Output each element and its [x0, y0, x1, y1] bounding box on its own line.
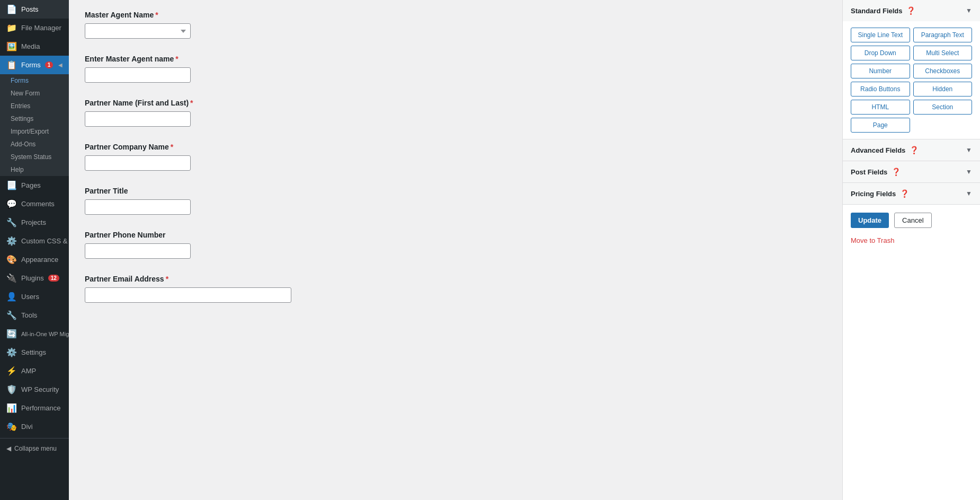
btn-number[interactable]: Number	[851, 64, 910, 78]
sidebar-sub-system-status[interactable]: System Status	[0, 151, 69, 163]
standard-fields-help-icon: ❓	[906, 6, 915, 15]
field-input-partner-email-address[interactable]	[85, 287, 291, 303]
btn-checkboxes[interactable]: Checkboxes	[913, 64, 973, 78]
field-label-partner-email-address: Partner Email Address *	[85, 275, 826, 283]
sidebar-item-appearance[interactable]: 🎨 Appearance	[0, 250, 69, 269]
pricing-fields-chevron-icon: ▼	[966, 190, 972, 197]
sidebar-item-all-in-one[interactable]: 🔄 All-in-One WP Migration	[0, 324, 69, 343]
media-icon: 🖼️	[6, 41, 17, 51]
advanced-fields-chevron-icon: ▼	[966, 146, 972, 154]
required-asterisk-3: *	[171, 143, 173, 151]
form-center: Master Agent Name * Enter Master Agent n…	[69, 0, 842, 500]
field-input-enter-master-agent-name[interactable]	[85, 67, 191, 83]
btn-drop-down[interactable]: Drop Down	[851, 46, 910, 60]
field-group-partner-title: Partner Title	[85, 187, 826, 215]
standard-fields-header[interactable]: Standard Fields ❓ ▼	[843, 0, 980, 21]
sidebar-sub-settings[interactable]: Settings	[0, 112, 69, 125]
sidebar-item-projects[interactable]: 🔧 Projects	[0, 213, 69, 232]
sidebar-item-media[interactable]: 🖼️ Media	[0, 37, 69, 56]
field-label-partner-phone-number: Partner Phone Number	[85, 231, 826, 239]
sidebar-item-tools[interactable]: 🔧 Tools	[0, 306, 69, 324]
required-asterisk-6: *	[166, 275, 168, 283]
sidebar-item-divi[interactable]: 🎭 Divi	[0, 417, 69, 436]
btn-single-line-text[interactable]: Single Line Text	[851, 28, 910, 42]
btn-paragraph-text[interactable]: Paragraph Text	[913, 28, 973, 42]
plugins-icon: 🔌	[6, 273, 17, 283]
tools-icon: 🔧	[6, 310, 17, 320]
wp-security-icon: 🛡️	[6, 384, 17, 394]
btn-page[interactable]: Page	[851, 118, 910, 133]
post-fields-title: Post Fields ❓	[851, 168, 901, 176]
main-area: Master Agent Name * Enter Master Agent n…	[69, 0, 980, 500]
post-fields-header[interactable]: Post Fields ❓ ▼	[843, 161, 980, 182]
btn-radio-buttons[interactable]: Radio Buttons	[851, 82, 910, 97]
field-group-partner-email-address: Partner Email Address *	[85, 275, 826, 303]
field-input-partner-name[interactable]	[85, 111, 191, 127]
comments-icon: 💬	[6, 199, 17, 209]
right-panel: Standard Fields ❓ ▼ Single Line Text Par…	[842, 0, 980, 500]
update-button[interactable]: Update	[851, 213, 889, 228]
pages-icon: 📃	[6, 180, 17, 190]
sidebar-sub-new-form[interactable]: New Form	[0, 87, 69, 100]
field-input-partner-title[interactable]	[85, 199, 191, 215]
posts-icon: 📄	[6, 4, 17, 14]
form-editor: Master Agent Name * Enter Master Agent n…	[69, 0, 980, 500]
sidebar-sub-entries[interactable]: Entries	[0, 100, 69, 112]
standard-fields-chevron-icon: ▼	[966, 7, 972, 14]
field-input-master-agent-name[interactable]	[85, 23, 191, 39]
field-label-partner-company-name: Partner Company Name *	[85, 143, 826, 151]
divi-icon: 🎭	[6, 422, 17, 432]
sidebar-item-wp-security[interactable]: 🛡️ WP Security	[0, 380, 69, 399]
collapse-icon: ◀	[6, 445, 11, 452]
field-input-partner-phone-number[interactable]	[85, 243, 191, 259]
collapse-menu[interactable]: ◀ Collapse menu	[0, 441, 69, 457]
sidebar-sub-forms[interactable]: Forms	[0, 74, 69, 87]
field-label-master-agent-name: Master Agent Name *	[85, 11, 826, 19]
custom-css-js-icon: ⚙️	[6, 236, 17, 246]
panel-section-post-fields: Post Fields ❓ ▼	[843, 161, 980, 183]
pricing-fields-header[interactable]: Pricing Fields ❓ ▼	[843, 183, 980, 204]
advanced-fields-header[interactable]: Advanced Fields ❓ ▼	[843, 139, 980, 161]
sidebar-item-plugins[interactable]: 🔌 Plugins 12	[0, 269, 69, 287]
sidebar-item-performance[interactable]: 📊 Performance	[0, 399, 69, 417]
field-label-partner-name: Partner Name (First and Last) *	[85, 99, 826, 107]
sidebar-item-file-manager[interactable]: 📁 File Manager	[0, 19, 69, 37]
btn-hidden[interactable]: Hidden	[913, 82, 973, 97]
field-group-master-agent-name: Master Agent Name *	[85, 11, 826, 39]
standard-fields-title: Standard Fields ❓	[851, 6, 915, 15]
move-to-trash-button[interactable]: Move to Trash	[851, 233, 894, 248]
btn-html[interactable]: HTML	[851, 100, 910, 115]
file-manager-icon: 📁	[6, 23, 17, 33]
sidebar-sub-add-ons[interactable]: Add-Ons	[0, 138, 69, 151]
standard-fields-grid: Single Line Text Paragraph Text Drop Dow…	[851, 28, 972, 133]
sidebar-item-forms[interactable]: 📋 Forms 1 ◀	[0, 56, 69, 74]
panel-section-standard-fields: Standard Fields ❓ ▼ Single Line Text Par…	[843, 0, 980, 139]
sidebar-sub-import-export[interactable]: Import/Export	[0, 125, 69, 138]
pricing-fields-title: Pricing Fields ❓	[851, 189, 909, 198]
performance-icon: 📊	[6, 403, 17, 413]
sidebar-item-comments[interactable]: 💬 Comments	[0, 195, 69, 213]
required-asterisk-2: *	[190, 99, 193, 107]
sidebar: 📄 Posts 📁 File Manager 🖼️ Media 📋 Forms …	[0, 0, 69, 500]
field-group-partner-name: Partner Name (First and Last) *	[85, 99, 826, 127]
field-input-partner-company-name[interactable]	[85, 155, 191, 171]
sidebar-item-pages[interactable]: 📃 Pages	[0, 176, 69, 195]
sidebar-item-posts[interactable]: 📄 Posts	[0, 0, 69, 19]
field-group-partner-phone-number: Partner Phone Number	[85, 231, 826, 259]
sidebar-sub-help[interactable]: Help	[0, 163, 69, 176]
panel-section-advanced-fields: Advanced Fields ❓ ▼	[843, 139, 980, 161]
sidebar-item-settings[interactable]: ⚙️ Settings	[0, 343, 69, 362]
btn-section[interactable]: Section	[913, 100, 973, 115]
settings-icon: ⚙️	[6, 347, 17, 357]
cancel-button[interactable]: Cancel	[894, 213, 931, 228]
projects-icon: 🔧	[6, 217, 17, 227]
sidebar-item-users[interactable]: 👤 Users	[0, 287, 69, 306]
required-asterisk-1: *	[175, 55, 178, 63]
sidebar-item-amp[interactable]: ⚡ AMP	[0, 362, 69, 380]
pricing-fields-help-icon: ❓	[900, 189, 909, 198]
panel-actions: Update Cancel Move to Trash	[843, 205, 980, 256]
users-icon: 👤	[6, 292, 17, 302]
sidebar-item-custom-css-js[interactable]: ⚙️ Custom CSS & JS	[0, 232, 69, 250]
btn-multi-select[interactable]: Multi Select	[913, 46, 973, 60]
appearance-icon: 🎨	[6, 255, 17, 265]
